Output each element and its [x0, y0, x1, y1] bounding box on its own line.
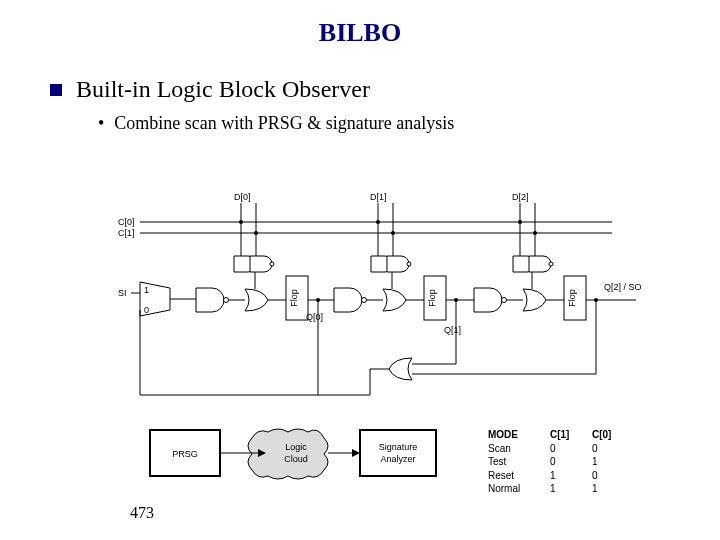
svg-point-12 [518, 220, 522, 224]
stage-1 [334, 272, 424, 312]
svg-point-23 [362, 298, 367, 303]
table-header-c0: C[0] [592, 428, 616, 442]
table-row: Scan [488, 442, 532, 456]
feedback-xor [389, 358, 412, 380]
svg-marker-53 [258, 449, 266, 457]
mux [140, 282, 170, 316]
label-d0: D[0] [234, 192, 251, 202]
svg-point-36 [454, 298, 458, 302]
label-logic-cloud-2: Cloud [284, 454, 308, 464]
svg-point-39 [594, 298, 598, 302]
label-d1: D[1] [370, 192, 387, 202]
block-prsg [150, 430, 220, 476]
stage-0 [170, 272, 286, 312]
square-bullet-icon [50, 84, 62, 96]
label-q1: Q[1] [444, 325, 461, 335]
table-header-mode: MODE [488, 428, 532, 442]
input-gate-0 [234, 256, 274, 272]
svg-point-16 [549, 262, 553, 266]
block-logic-cloud [248, 429, 328, 479]
bullet-main-row: Built-in Logic Block Observer [50, 76, 720, 103]
flop-0 [286, 276, 308, 320]
svg-point-19 [224, 298, 229, 303]
svg-point-8 [239, 220, 243, 224]
svg-point-10 [376, 220, 380, 224]
label-q0: Q[0] [306, 312, 323, 322]
svg-line-43 [412, 364, 596, 380]
label-si: SI [118, 288, 127, 298]
dot-bullet-icon: • [98, 113, 104, 134]
flop-1 [424, 276, 446, 320]
block-signature-analyzer [360, 430, 436, 476]
table-row: Reset [488, 469, 532, 483]
label-mux-1: 1 [144, 285, 149, 295]
label-q2so: Q[2] / SO [604, 282, 642, 292]
table-row: Normal [488, 482, 532, 496]
page-number: 473 [130, 504, 154, 522]
svg-point-13 [533, 231, 537, 235]
svg-point-9 [254, 231, 258, 235]
svg-point-15 [407, 262, 411, 266]
svg-point-27 [502, 298, 507, 303]
mode-table: MODE C[1] C[0] Scan00 Test01 Reset10 Nor… [488, 428, 616, 496]
stage-2 [474, 272, 564, 312]
page-title: BILBO [0, 0, 720, 48]
svg-marker-55 [352, 449, 360, 457]
label-mux-0: 0 [144, 305, 149, 315]
label-flop-1: Flop [427, 289, 437, 307]
bullet-main-text: Built-in Logic Block Observer [76, 76, 370, 103]
bullet-sub-text: Combine scan with PRSG & signature analy… [114, 113, 454, 134]
table-header-c1: C[1] [550, 428, 574, 442]
bullet-sub-row: • Combine scan with PRSG & signature ana… [98, 113, 720, 134]
label-d2: D[2] [512, 192, 529, 202]
label-flop-2: Flop [567, 289, 577, 307]
label-flop-0: Flop [289, 289, 299, 307]
svg-point-11 [391, 231, 395, 235]
flop-2 [564, 276, 586, 320]
svg-point-14 [270, 262, 274, 266]
label-logic-cloud-1: Logic [285, 442, 307, 452]
svg-point-33 [316, 298, 320, 302]
label-c1: C[1] [118, 228, 135, 238]
label-c0: C[0] [118, 217, 135, 227]
input-gate-2 [513, 256, 553, 272]
label-prsg: PRSG [172, 449, 198, 459]
label-sig-2: Analyzer [380, 454, 415, 464]
label-sig-1: Signature [379, 442, 418, 452]
table-row: Test [488, 455, 532, 469]
input-gate-1 [371, 256, 411, 272]
